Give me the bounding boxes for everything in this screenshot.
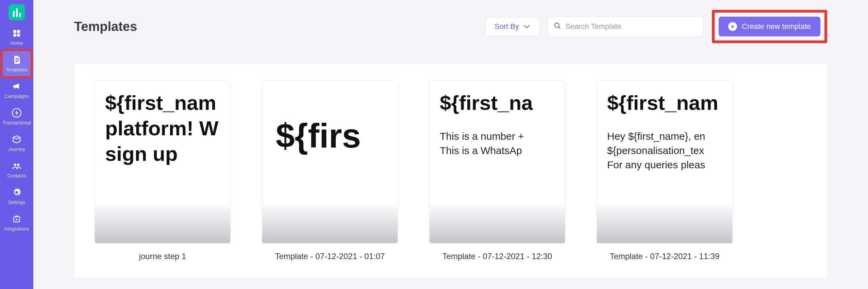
svg-rect-5 [16, 60, 19, 61]
home-icon [12, 28, 22, 38]
template-preview-body-line: This is a number + [440, 129, 565, 143]
header-controls: Sort By + Create new template [485, 10, 827, 43]
template-preview-body-line: For any queries pleas [607, 158, 733, 172]
sidebar-item-settings[interactable]: Settings [2, 183, 31, 209]
template-preview-line: ${first_nam [607, 90, 733, 116]
svg-rect-2 [13, 34, 16, 37]
template-card: ${firs Template - 07-12-2021 - 01:07 [262, 80, 398, 261]
create-new-template-button[interactable]: + Create new template [719, 17, 820, 36]
logo-icon [9, 4, 25, 20]
template-preview-line: platform! W [105, 116, 228, 141]
svg-rect-3 [17, 34, 20, 37]
create-button-highlight: + Create new template [712, 10, 827, 43]
create-button-label: Create new template [742, 22, 811, 31]
search-input[interactable] [565, 22, 697, 31]
plus-icon: + [728, 22, 737, 31]
template-preview-body-line: This is a WhatsAp [440, 143, 565, 158]
template-card: ${first_nam platform! W sign up journe s… [95, 80, 231, 261]
svg-rect-1 [17, 30, 20, 33]
template-name: journe step 1 [139, 252, 186, 261]
megaphone-icon [12, 81, 22, 91]
sidebar-item-journey[interactable]: Journey [2, 130, 31, 156]
template-thumbnail[interactable]: ${first_na This is a number + This is a … [429, 80, 565, 243]
template-card: ${first_nam Hey ${first_name}, en ${pers… [597, 80, 733, 261]
template-grid: ${first_nam platform! W sign up journe s… [95, 80, 807, 261]
template-preview-line: sign up [105, 141, 228, 167]
main: Templates Sort By + Create new template [33, 0, 868, 289]
header-row: Templates Sort By + Create new template [74, 13, 827, 40]
svg-point-8 [14, 164, 16, 166]
svg-point-9 [17, 164, 19, 166]
svg-point-11 [555, 23, 559, 28]
svg-rect-0 [13, 30, 16, 33]
sort-by-button[interactable]: Sort By [485, 17, 539, 36]
template-preview-line: ${first_na [440, 90, 565, 116]
template-thumbnail[interactable]: ${firs [262, 80, 398, 243]
sidebar-item-transactional[interactable]: Transactional [2, 103, 31, 130]
chevron-down-icon [524, 22, 530, 31]
template-preview-body-line: Hey ${first_name}, en [607, 129, 733, 143]
sidebar-item-home[interactable]: Home [2, 24, 31, 50]
page-title: Templates [74, 19, 137, 34]
template-name: Template - 07-12-2021 - 11:39 [610, 252, 720, 261]
logo [6, 2, 27, 22]
gear-icon [12, 187, 22, 198]
search-icon [554, 22, 561, 31]
template-card: ${first_na This is a number + This is a … [429, 80, 565, 261]
sidebar-item-contacts[interactable]: Contacts [2, 156, 31, 183]
bolt-icon [12, 108, 22, 118]
template-preview-body-line: ${personalisation_tex [607, 143, 733, 158]
sidebar: Home Templates Campaigns Transactional J… [0, 0, 33, 289]
template-thumbnail[interactable]: ${first_nam platform! W sign up [95, 80, 231, 243]
svg-rect-6 [16, 62, 18, 62]
svg-line-12 [558, 27, 561, 29]
sidebar-item-campaigns[interactable]: Campaigns [2, 77, 31, 103]
template-preview-line: ${first_nam [105, 90, 228, 116]
template-name: Template - 07-12-2021 - 01:07 [275, 252, 385, 261]
integrations-icon [12, 214, 22, 224]
sidebar-item-label: Integrations [4, 226, 29, 232]
content-panel: ${first_nam platform! W sign up journe s… [74, 64, 827, 277]
journey-icon [12, 134, 22, 144]
svg-rect-4 [16, 58, 19, 59]
sidebar-item-label: Templates [6, 67, 28, 72]
sidebar-item-label: Campaigns [5, 94, 29, 99]
search-wrap [547, 16, 704, 37]
sidebar-item-templates[interactable]: Templates [2, 50, 31, 77]
sidebar-item-label: Contacts [7, 173, 26, 178]
sidebar-item-integrations[interactable]: Integrations [2, 209, 31, 236]
sidebar-item-label: Transactional [2, 120, 31, 125]
sidebar-item-label: Journey [8, 147, 25, 152]
sidebar-item-label: Home [10, 40, 23, 46]
contacts-icon [12, 161, 22, 171]
template-name: Template - 07-12-2021 - 12:30 [443, 252, 552, 261]
sidebar-item-label: Settings [8, 200, 26, 205]
template-thumbnail[interactable]: ${first_nam Hey ${first_name}, en ${pers… [597, 80, 733, 243]
sort-by-label: Sort By [495, 22, 519, 31]
template-preview-line: ${firs [276, 115, 398, 157]
templates-icon [12, 55, 22, 65]
